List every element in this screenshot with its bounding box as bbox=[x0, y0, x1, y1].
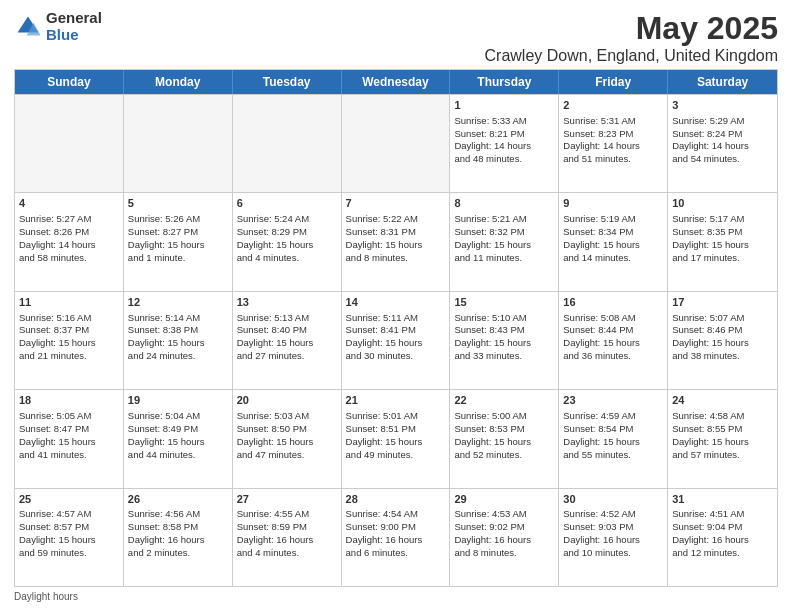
header-day-wednesday: Wednesday bbox=[342, 70, 451, 94]
day-info-line: and 57 minutes. bbox=[672, 449, 773, 462]
day-info-line: Sunrise: 5:00 AM bbox=[454, 410, 554, 423]
day-info-line: Sunrise: 5:04 AM bbox=[128, 410, 228, 423]
header-day-tuesday: Tuesday bbox=[233, 70, 342, 94]
day-info-line: Sunset: 8:57 PM bbox=[19, 521, 119, 534]
day-info-line: Daylight: 15 hours bbox=[19, 337, 119, 350]
day-number: 4 bbox=[19, 196, 119, 211]
day-info-line: Sunset: 8:59 PM bbox=[237, 521, 337, 534]
day-info-line: Sunset: 8:44 PM bbox=[563, 324, 663, 337]
day-number: 22 bbox=[454, 393, 554, 408]
cal-cell: 13Sunrise: 5:13 AMSunset: 8:40 PMDayligh… bbox=[233, 292, 342, 389]
day-info-line: Sunrise: 5:11 AM bbox=[346, 312, 446, 325]
day-info-line: and 8 minutes. bbox=[454, 547, 554, 560]
day-info-line: Sunset: 8:24 PM bbox=[672, 128, 773, 141]
day-info-line: Sunrise: 5:21 AM bbox=[454, 213, 554, 226]
day-info-line: Sunrise: 5:01 AM bbox=[346, 410, 446, 423]
day-number: 9 bbox=[563, 196, 663, 211]
day-info-line: Sunset: 8:54 PM bbox=[563, 423, 663, 436]
day-info-line: Daylight: 16 hours bbox=[128, 534, 228, 547]
day-info-line: Sunset: 9:02 PM bbox=[454, 521, 554, 534]
day-info-line: Daylight: 15 hours bbox=[454, 337, 554, 350]
day-info-line: Sunrise: 4:57 AM bbox=[19, 508, 119, 521]
day-info-line: Sunrise: 5:10 AM bbox=[454, 312, 554, 325]
day-info-line: and 4 minutes. bbox=[237, 547, 337, 560]
day-info-line: and 36 minutes. bbox=[563, 350, 663, 363]
cal-cell: 3Sunrise: 5:29 AMSunset: 8:24 PMDaylight… bbox=[668, 95, 777, 192]
week-row-1: 1Sunrise: 5:33 AMSunset: 8:21 PMDaylight… bbox=[15, 94, 777, 192]
day-info-line: Sunset: 8:40 PM bbox=[237, 324, 337, 337]
day-info-line: and 10 minutes. bbox=[563, 547, 663, 560]
day-info-line: Sunrise: 4:54 AM bbox=[346, 508, 446, 521]
day-info-line: Daylight: 15 hours bbox=[454, 239, 554, 252]
day-info-line: Sunrise: 5:19 AM bbox=[563, 213, 663, 226]
week-row-5: 25Sunrise: 4:57 AMSunset: 8:57 PMDayligh… bbox=[15, 488, 777, 586]
day-info-line: Sunrise: 5:07 AM bbox=[672, 312, 773, 325]
day-info-line: and 48 minutes. bbox=[454, 153, 554, 166]
day-info-line: Daylight: 15 hours bbox=[563, 436, 663, 449]
cal-cell: 31Sunrise: 4:51 AMSunset: 9:04 PMDayligh… bbox=[668, 489, 777, 586]
day-info-line: Sunset: 8:21 PM bbox=[454, 128, 554, 141]
footer: Daylight hours bbox=[14, 591, 778, 602]
day-info-line: Sunset: 8:37 PM bbox=[19, 324, 119, 337]
day-number: 5 bbox=[128, 196, 228, 211]
day-number: 14 bbox=[346, 295, 446, 310]
day-info-line: Daylight: 15 hours bbox=[563, 337, 663, 350]
week-row-2: 4Sunrise: 5:27 AMSunset: 8:26 PMDaylight… bbox=[15, 192, 777, 290]
day-info-line: Daylight: 15 hours bbox=[346, 337, 446, 350]
day-info-line: and 58 minutes. bbox=[19, 252, 119, 265]
day-info-line: and 11 minutes. bbox=[454, 252, 554, 265]
day-info-line: Sunset: 8:32 PM bbox=[454, 226, 554, 239]
day-info-line: and 6 minutes. bbox=[346, 547, 446, 560]
day-number: 17 bbox=[672, 295, 773, 310]
cal-cell bbox=[15, 95, 124, 192]
day-number: 3 bbox=[672, 98, 773, 113]
title-area: May 2025 Crawley Down, England, United K… bbox=[485, 10, 778, 65]
day-info-line: and 51 minutes. bbox=[563, 153, 663, 166]
day-info-line: Daylight: 15 hours bbox=[128, 337, 228, 350]
day-number: 24 bbox=[672, 393, 773, 408]
day-info-line: and 2 minutes. bbox=[128, 547, 228, 560]
cal-cell: 22Sunrise: 5:00 AMSunset: 8:53 PMDayligh… bbox=[450, 390, 559, 487]
day-info-line: and 33 minutes. bbox=[454, 350, 554, 363]
day-info-line: Daylight: 15 hours bbox=[672, 436, 773, 449]
day-info-line: Sunrise: 5:24 AM bbox=[237, 213, 337, 226]
day-info-line: Sunrise: 5:14 AM bbox=[128, 312, 228, 325]
cal-cell: 2Sunrise: 5:31 AMSunset: 8:23 PMDaylight… bbox=[559, 95, 668, 192]
day-info-line: Sunset: 8:23 PM bbox=[563, 128, 663, 141]
cal-cell: 1Sunrise: 5:33 AMSunset: 8:21 PMDaylight… bbox=[450, 95, 559, 192]
day-number: 18 bbox=[19, 393, 119, 408]
cal-cell: 7Sunrise: 5:22 AMSunset: 8:31 PMDaylight… bbox=[342, 193, 451, 290]
page: General Blue May 2025 Crawley Down, Engl… bbox=[0, 0, 792, 612]
day-number: 1 bbox=[454, 98, 554, 113]
cal-cell: 29Sunrise: 4:53 AMSunset: 9:02 PMDayligh… bbox=[450, 489, 559, 586]
day-info-line: Sunrise: 5:03 AM bbox=[237, 410, 337, 423]
cal-cell: 8Sunrise: 5:21 AMSunset: 8:32 PMDaylight… bbox=[450, 193, 559, 290]
day-info-line: and 8 minutes. bbox=[346, 252, 446, 265]
day-info-line: Daylight: 14 hours bbox=[672, 140, 773, 153]
day-info-line: Daylight: 14 hours bbox=[19, 239, 119, 252]
day-info-line: Sunset: 8:26 PM bbox=[19, 226, 119, 239]
day-info-line: Sunrise: 4:59 AM bbox=[563, 410, 663, 423]
cal-cell: 21Sunrise: 5:01 AMSunset: 8:51 PMDayligh… bbox=[342, 390, 451, 487]
day-number: 19 bbox=[128, 393, 228, 408]
day-info-line: and 59 minutes. bbox=[19, 547, 119, 560]
day-info-line: and 49 minutes. bbox=[346, 449, 446, 462]
day-number: 26 bbox=[128, 492, 228, 507]
day-info-line: Sunset: 8:50 PM bbox=[237, 423, 337, 436]
day-info-line: and 30 minutes. bbox=[346, 350, 446, 363]
cal-cell: 27Sunrise: 4:55 AMSunset: 8:59 PMDayligh… bbox=[233, 489, 342, 586]
day-number: 8 bbox=[454, 196, 554, 211]
day-info-line: Sunrise: 5:05 AM bbox=[19, 410, 119, 423]
day-number: 10 bbox=[672, 196, 773, 211]
day-info-line: Sunset: 8:29 PM bbox=[237, 226, 337, 239]
day-number: 28 bbox=[346, 492, 446, 507]
header-day-friday: Friday bbox=[559, 70, 668, 94]
day-info-line: Sunrise: 5:29 AM bbox=[672, 115, 773, 128]
day-number: 7 bbox=[346, 196, 446, 211]
day-info-line: Sunrise: 5:17 AM bbox=[672, 213, 773, 226]
day-info-line: and 54 minutes. bbox=[672, 153, 773, 166]
day-info-line: and 17 minutes. bbox=[672, 252, 773, 265]
day-info-line: Sunrise: 4:52 AM bbox=[563, 508, 663, 521]
day-info-line: Sunset: 8:35 PM bbox=[672, 226, 773, 239]
calendar-header: SundayMondayTuesdayWednesdayThursdayFrid… bbox=[15, 70, 777, 94]
